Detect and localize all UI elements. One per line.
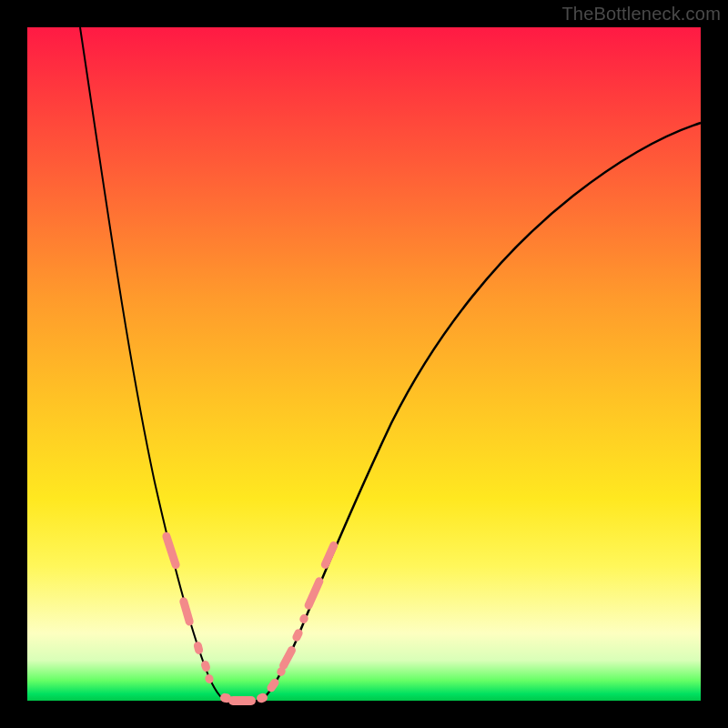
curve-marker [204, 673, 215, 684]
curve-marker [161, 531, 181, 571]
curve-layer [27, 27, 701, 701]
curve-marker [200, 660, 211, 672]
curve-right-branch [259, 123, 701, 701]
outer-frame: TheBottleneck.com [0, 0, 728, 728]
curve-left-branch [80, 27, 228, 701]
curve-marker [228, 696, 256, 705]
curve-marker [303, 576, 325, 611]
marker-group [161, 531, 339, 705]
curve-marker [178, 596, 194, 626]
curve-marker [278, 645, 297, 672]
curve-marker [291, 628, 304, 643]
curve-marker [319, 541, 339, 571]
curve-marker [193, 641, 204, 655]
plot-area [27, 27, 701, 701]
watermark-text: TheBottleneck.com [561, 4, 721, 25]
